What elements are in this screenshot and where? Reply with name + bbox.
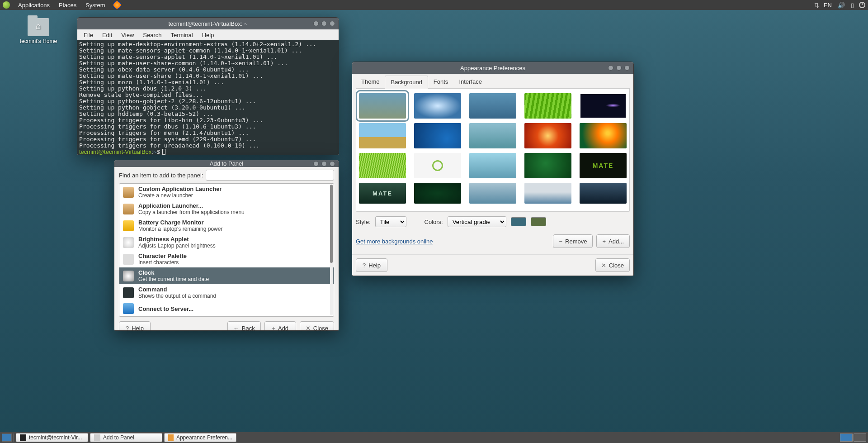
applet-title: Clock <box>138 269 330 276</box>
wallpaper-thumb[interactable] <box>359 183 406 204</box>
menu-places[interactable]: Places <box>54 2 81 9</box>
applet-desc: Get the current time and date <box>138 276 330 282</box>
add-wallpaper-button[interactable]: +Add... <box>596 234 630 248</box>
color-swatch-secondary[interactable] <box>531 217 546 226</box>
minus-icon: − <box>559 238 562 245</box>
maximize-icon[interactable] <box>321 21 327 26</box>
maximize-icon[interactable] <box>616 65 622 71</box>
wallpaper-thumb[interactable] <box>580 153 627 178</box>
term-menu-terminal[interactable]: Terminal <box>166 32 198 38</box>
wallpaper-grid <box>356 89 630 212</box>
style-label: Style: <box>356 219 371 225</box>
wallpaper-thumb[interactable] <box>580 123 627 148</box>
power-icon[interactable] <box>859 2 865 8</box>
more-backgrounds-link[interactable]: Get more backgrounds online <box>356 238 433 245</box>
find-input[interactable] <box>206 170 334 181</box>
terminal-titlebar[interactable]: tecmint@tecmint-VirtualBox: ~ <box>77 18 339 29</box>
close-button[interactable]: ✕Close <box>300 321 334 331</box>
minimize-icon[interactable] <box>313 161 319 167</box>
scrollbar[interactable] <box>330 185 333 315</box>
wallpaper-thumb[interactable] <box>469 153 516 178</box>
firefox-icon[interactable] <box>113 1 121 9</box>
workspace-1[interactable] <box>840 433 853 442</box>
term-menu-view[interactable]: View <box>117 32 138 38</box>
addpanel-titlebar[interactable]: Add to Panel <box>114 160 339 167</box>
launcher-icon <box>123 204 134 214</box>
term-menu-file[interactable]: File <box>79 32 98 38</box>
applet-row[interactable]: Brightness AppletAdjusts Laptop panel br… <box>119 234 334 251</box>
close-icon[interactable] <box>330 161 335 167</box>
applet-row[interactable]: Application Launcher...Copy a launcher f… <box>119 200 334 217</box>
wallpaper-thumb[interactable] <box>580 183 627 204</box>
tab-theme[interactable]: Theme <box>356 76 385 89</box>
workspace-switcher[interactable] <box>840 433 866 442</box>
maximize-icon[interactable] <box>321 161 327 167</box>
wallpaper-thumb[interactable] <box>414 183 461 204</box>
terminal-title: tecmint@tecmint-VirtualBox: ~ <box>168 20 247 27</box>
add-button[interactable]: +Add <box>264 321 296 331</box>
keyboard-lang[interactable]: EN <box>824 2 832 9</box>
applet-row[interactable]: ClockGet the current time and date <box>119 267 334 284</box>
volume-icon[interactable]: 🔊 <box>837 1 845 9</box>
applet-row[interactable]: Connect to Server... <box>119 301 334 316</box>
addpanel-task-icon <box>94 434 100 441</box>
wallpaper-thumb[interactable] <box>524 153 571 178</box>
term-menu-search[interactable]: Search <box>138 32 166 38</box>
help-button[interactable]: ?Help <box>119 321 151 331</box>
terminal-body[interactable]: Setting up mate-desktop-environment-extr… <box>77 40 339 155</box>
menu-system[interactable]: System <box>81 2 109 9</box>
taskbar-item-appearance[interactable]: Appearance Preferen... <box>164 433 236 442</box>
mate-logo-icon[interactable] <box>3 1 10 9</box>
term-menu-help[interactable]: Help <box>198 32 219 38</box>
show-desktop-icon[interactable] <box>2 433 12 442</box>
taskbar-item-terminal[interactable]: tecmint@tecmint-Vir... <box>16 433 88 442</box>
color-swatch-primary[interactable] <box>511 217 526 226</box>
applet-desc: Copy a launcher from the applications me… <box>138 209 330 215</box>
wallpaper-thumb[interactable] <box>359 93 406 119</box>
appearance-window: Appearance Preferences Theme Background … <box>352 62 634 276</box>
colors-select[interactable]: Vertical gradient <box>448 216 506 227</box>
wallpaper-thumb[interactable] <box>414 153 461 178</box>
applet-row[interactable]: Battery Charge MonitorMonitor a laptop's… <box>119 217 334 234</box>
close-button[interactable]: ✕Close <box>595 258 630 272</box>
taskbar-item-addpanel[interactable]: Add to Panel <box>90 433 162 442</box>
back-button[interactable]: ←Back <box>227 321 261 331</box>
minimize-icon[interactable] <box>608 65 613 71</box>
applet-list[interactable]: Custom Application LauncherCreate a new … <box>119 183 334 317</box>
help-button[interactable]: ?Help <box>356 258 387 272</box>
wallpaper-thumb[interactable] <box>414 123 461 148</box>
battery-tray-icon[interactable]: ▯ <box>848 1 856 9</box>
plus-icon: + <box>602 238 606 245</box>
applet-row[interactable]: Character PaletteInsert characters <box>119 251 334 267</box>
nm-applet-icon[interactable]: ⇅ <box>813 1 821 9</box>
style-select[interactable]: Tile <box>375 216 406 227</box>
wallpaper-thumb[interactable] <box>414 93 461 119</box>
close-icon[interactable] <box>624 65 630 71</box>
remove-button[interactable]: −Remove <box>553 234 593 248</box>
applet-title: Character Palette <box>138 252 330 259</box>
wallpaper-thumb[interactable] <box>359 123 406 148</box>
wallpaper-thumb[interactable] <box>580 93 627 119</box>
applet-row[interactable]: Custom Application LauncherCreate a new … <box>119 184 334 200</box>
menu-applications[interactable]: Applications <box>14 2 54 9</box>
applet-desc: Insert characters <box>138 259 330 266</box>
wallpaper-thumb[interactable] <box>524 93 571 119</box>
wallpaper-thumb[interactable] <box>469 183 516 204</box>
wallpaper-thumb[interactable] <box>469 123 516 148</box>
close-icon[interactable] <box>330 21 335 26</box>
minimize-icon[interactable] <box>313 21 319 26</box>
wallpaper-thumb[interactable] <box>524 123 571 148</box>
home-desktop-icon[interactable]: tecmint's Home <box>18 18 59 44</box>
wallpaper-thumb[interactable] <box>524 183 571 204</box>
wallpaper-thumb[interactable] <box>359 153 406 178</box>
tab-background[interactable]: Background <box>385 76 428 89</box>
term-menu-edit[interactable]: Edit <box>98 32 117 38</box>
workspace-2[interactable] <box>854 433 866 442</box>
connect-icon <box>123 303 134 314</box>
tab-interface[interactable]: Interface <box>453 76 487 89</box>
tab-fonts[interactable]: Fonts <box>428 76 454 89</box>
applet-row[interactable]: CommandShows the output of a command <box>119 284 334 301</box>
wallpaper-thumb[interactable] <box>469 93 516 119</box>
appearance-titlebar[interactable]: Appearance Preferences <box>352 62 633 74</box>
add-to-panel-window: Add to Panel Find an item to add to the … <box>114 160 339 331</box>
